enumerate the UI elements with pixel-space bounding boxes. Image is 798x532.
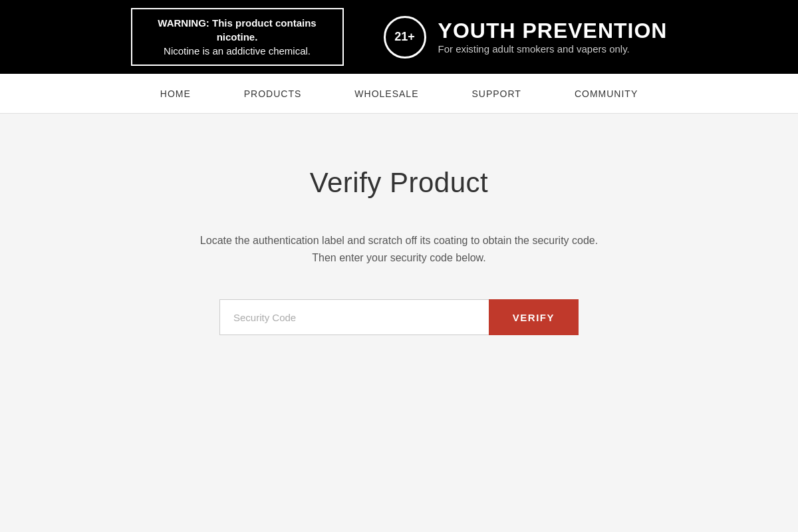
nav-item-products[interactable]: PRODUCTS [217, 74, 329, 114]
main-content: Verify Product Locate the authentication… [0, 114, 798, 532]
youth-prevention-subtitle: For existing adult smokers and vapers on… [438, 43, 668, 55]
youth-prevention-text: YOUTH PREVENTION For existing adult smok… [438, 19, 668, 54]
instructions: Locate the authentication label and scra… [200, 232, 598, 266]
warning-text-line1: WARNING: This product contains nicotine. [158, 17, 316, 43]
page-title: Verify Product [310, 167, 488, 199]
nav-item-community[interactable]: COMMUNITY [548, 74, 664, 114]
instruction-line2: Then enter your security code below. [200, 249, 598, 267]
security-code-input[interactable] [219, 299, 489, 335]
youth-prevention-title: YOUTH PREVENTION [438, 19, 668, 43]
age-badge: 21+ [384, 16, 426, 59]
nav-item-wholesale[interactable]: WHOLESALE [328, 74, 445, 114]
warning-box: WARNING: This product contains nicotine.… [131, 8, 344, 66]
verify-button[interactable]: VERIFY [489, 299, 579, 335]
nav-bar: HOME PRODUCTS WHOLESALE SUPPORT COMMUNIT… [0, 74, 798, 114]
top-banner: WARNING: This product contains nicotine.… [0, 0, 798, 74]
nav-item-support[interactable]: SUPPORT [445, 74, 547, 114]
nav-item-home[interactable]: HOME [134, 74, 217, 114]
nav-items: HOME PRODUCTS WHOLESALE SUPPORT COMMUNIT… [134, 74, 664, 114]
instruction-line1: Locate the authentication label and scra… [200, 232, 598, 249]
verify-form: VERIFY [219, 299, 579, 335]
warning-text-line2: Nicotine is an addictive chemical. [164, 45, 311, 57]
youth-prevention: 21+ YOUTH PREVENTION For existing adult … [384, 16, 668, 59]
